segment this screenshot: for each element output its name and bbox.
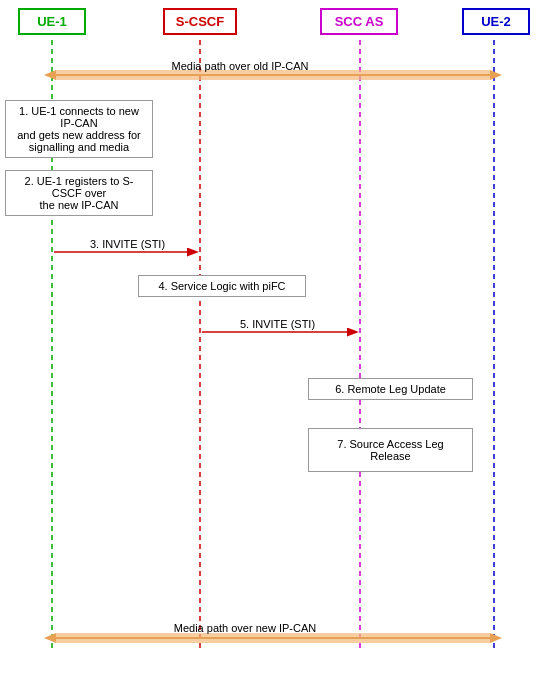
svg-marker-12: [44, 633, 56, 643]
note-1: 1. UE-1 connects to new IP-CAN and gets …: [5, 100, 153, 158]
media-new-label: Media path over new IP-CAN: [140, 622, 350, 634]
action-4: 4. Service Logic with piFC: [138, 275, 306, 297]
participant-ue2: UE-2: [462, 8, 530, 35]
participant-scscf: S-CSCF: [163, 8, 237, 35]
svg-marker-13: [490, 633, 502, 643]
invite-sti-1-label: 3. INVITE (STI): [60, 238, 195, 250]
participant-ue1: UE-1: [18, 8, 86, 35]
media-old-label: Media path over old IP-CAN: [140, 60, 340, 72]
action-7: 7. Source Access Leg Release: [308, 428, 473, 472]
svg-marker-7: [490, 70, 502, 80]
invite-sti-2-label: 5. INVITE (STI): [200, 318, 355, 330]
note-2: 2. UE-1 registers to S-CSCF over the new…: [5, 170, 153, 216]
sequence-diagram: UE-1 S-CSCF SCC AS UE-2 Media path over …: [0, 0, 547, 688]
svg-marker-6: [44, 70, 56, 80]
participant-sccas: SCC AS: [320, 8, 398, 35]
action-6: 6. Remote Leg Update: [308, 378, 473, 400]
